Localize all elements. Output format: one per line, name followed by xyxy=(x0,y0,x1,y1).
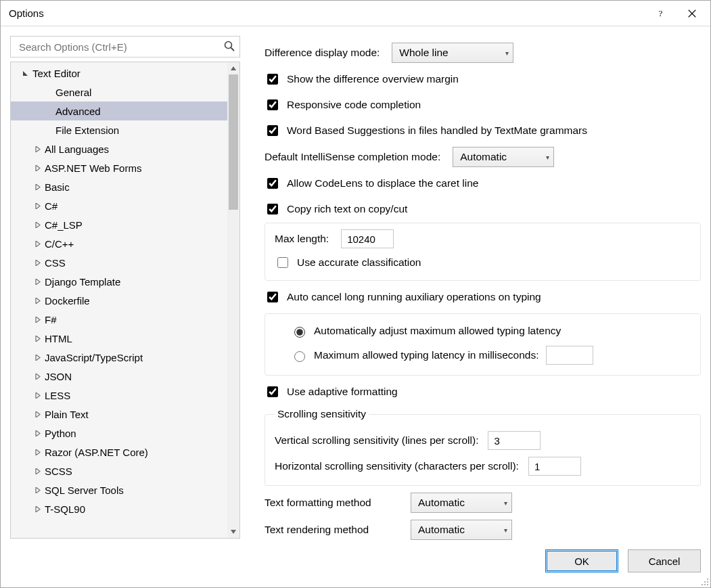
intellisense-mode-combo[interactable]: Automatic ▾ xyxy=(453,147,554,167)
svg-point-31 xyxy=(702,584,703,585)
tree-item-label: C/C++ xyxy=(42,238,74,250)
diff-mode-combo[interactable]: Whole line ▾ xyxy=(392,43,513,63)
ok-button-label: OK xyxy=(574,556,589,567)
chk-responsive-completion[interactable] xyxy=(267,99,278,110)
tree-item-text-editor[interactable]: Text Editor xyxy=(11,64,227,83)
tree-item-javascript-typescript[interactable]: JavaScript/TypeScript xyxy=(11,348,227,367)
cancel-button-label: Cancel xyxy=(649,556,681,567)
text-formatting-method-label: Text formatting method xyxy=(265,497,393,509)
svg-marker-20 xyxy=(36,411,40,417)
tree-list[interactable]: Text EditorGeneralAdvancedFile Extension… xyxy=(11,62,227,538)
chk-accurate-classification[interactable] xyxy=(277,257,288,268)
scroll-track[interactable] xyxy=(227,74,239,526)
tree-item-scss[interactable]: SCSS xyxy=(11,461,227,480)
svg-marker-27 xyxy=(231,530,236,534)
tree-collapse-icon xyxy=(20,70,30,76)
chk-accurate-classification-label: Use accurate classification xyxy=(297,256,421,269)
chk-adaptive-formatting-label: Use adaptive formatting xyxy=(287,386,398,398)
tree-expand-icon xyxy=(32,336,42,342)
ok-button[interactable]: OK xyxy=(545,549,618,572)
scroll-up-icon[interactable] xyxy=(227,62,239,74)
tree-item-python[interactable]: Python xyxy=(11,424,227,443)
chk-codelens-displace[interactable] xyxy=(267,178,278,189)
search-input[interactable] xyxy=(18,41,223,53)
tree-item-c-lsp[interactable]: C#_LSP xyxy=(11,215,227,234)
tree-item-razor-asp-net-core-[interactable]: Razor (ASP.NET Core) xyxy=(11,443,227,461)
chk-auto-cancel[interactable] xyxy=(267,292,278,302)
tree-item-t-sql90[interactable]: T-SQL90 xyxy=(11,499,227,518)
tree-item-django-template[interactable]: Django Template xyxy=(11,272,227,291)
max-length-input[interactable] xyxy=(341,229,394,248)
tree-item-sql-server-tools[interactable]: SQL Server Tools xyxy=(11,480,227,499)
sidebar: Text EditorGeneralAdvancedFile Extension… xyxy=(10,36,240,539)
close-button[interactable] xyxy=(676,3,708,24)
cancel-button[interactable]: Cancel xyxy=(628,549,701,572)
titlebar: Options ? xyxy=(1,1,710,26)
chk-adaptive-formatting[interactable] xyxy=(267,386,278,397)
tree-expand-icon xyxy=(32,468,42,474)
tree-item-f-[interactable]: F# xyxy=(11,310,227,329)
manual-latency-input[interactable] xyxy=(546,346,593,365)
tree-item-c-c-[interactable]: C/C++ xyxy=(11,234,227,253)
tree-item-label: SQL Server Tools xyxy=(42,484,124,496)
search-box[interactable] xyxy=(10,36,240,58)
max-length-label: Max length: xyxy=(275,233,329,245)
tree-item-c-[interactable]: C# xyxy=(11,196,227,215)
tree-item-label: Text Editor xyxy=(30,68,81,79)
chk-textmate-suggestions-label: Word Based Suggestions in files handled … xyxy=(287,125,587,137)
chk-overview-margin[interactable] xyxy=(267,74,278,85)
vertical-scroll-label: Vertical scrolling sensitivity (lines pe… xyxy=(275,434,478,447)
svg-marker-13 xyxy=(36,279,40,285)
tree-item-less[interactable]: LESS xyxy=(11,386,227,405)
scroll-down-icon[interactable] xyxy=(227,526,239,538)
tree-item-basic[interactable]: Basic xyxy=(11,177,227,196)
vertical-scroll-input[interactable] xyxy=(488,431,541,450)
tree-item-advanced[interactable]: Advanced xyxy=(11,101,227,120)
tree-item-general[interactable]: General xyxy=(11,83,227,101)
tree-item-label: SCSS xyxy=(42,466,72,477)
scrolling-sensitivity-legend: Scrolling sensitivity xyxy=(275,408,369,420)
tree-expand-icon xyxy=(32,506,42,512)
svg-marker-14 xyxy=(36,298,40,304)
tree-item-label: F# xyxy=(42,314,57,325)
tree-item-label: LESS xyxy=(42,390,70,401)
tree-item-json[interactable]: JSON xyxy=(11,367,227,386)
resize-grip-icon[interactable] xyxy=(700,577,710,587)
tree-item-label: JSON xyxy=(42,371,72,382)
scroll-thumb[interactable] xyxy=(229,74,238,210)
chk-copy-rich-text[interactable] xyxy=(267,204,278,214)
text-rendering-method-combo[interactable]: Automatic ▾ xyxy=(411,520,512,540)
horizontal-scroll-label: Horizontal scrolling sensitivity (charac… xyxy=(275,460,519,472)
text-formatting-method-value: Automatic xyxy=(418,497,465,509)
tree-scrollbar[interactable] xyxy=(227,62,239,538)
svg-marker-26 xyxy=(231,66,236,70)
chk-textmate-suggestions[interactable] xyxy=(267,125,278,136)
tree-item-dockerfile[interactable]: Dockerfile xyxy=(11,291,227,310)
tree-item-asp-net-web-forms[interactable]: ASP.NET Web Forms xyxy=(11,158,227,177)
auto-cancel-group: Automatically adjust maximum allowed typ… xyxy=(265,313,701,376)
text-formatting-method-combo[interactable]: Automatic ▾ xyxy=(411,493,512,513)
tree-expand-icon xyxy=(32,184,42,190)
tree-item-label: C#_LSP xyxy=(42,219,83,231)
options-tree: Text EditorGeneralAdvancedFile Extension… xyxy=(10,62,240,539)
rad-manual-latency[interactable] xyxy=(294,351,305,362)
rad-auto-latency[interactable] xyxy=(294,327,305,338)
tree-item-html[interactable]: HTML xyxy=(11,329,227,348)
horizontal-scroll-input[interactable] xyxy=(528,457,581,476)
search-icon xyxy=(223,40,235,54)
help-button[interactable]: ? xyxy=(645,3,676,24)
tree-expand-icon xyxy=(32,222,42,228)
chevron-down-icon: ▾ xyxy=(546,154,549,161)
tree-item-all-languages[interactable]: All Languages xyxy=(11,139,227,158)
tree-expand-icon xyxy=(32,203,42,209)
tree-item-plain-text[interactable]: Plain Text xyxy=(11,405,227,424)
tree-item-file-extension[interactable]: File Extension xyxy=(11,120,227,139)
svg-point-3 xyxy=(225,41,232,48)
tree-item-css[interactable]: CSS xyxy=(11,253,227,272)
svg-text:?: ? xyxy=(659,9,663,18)
svg-point-33 xyxy=(707,584,708,585)
intellisense-mode-label: Default IntelliSense completion mode: xyxy=(265,151,440,163)
tree-expand-icon xyxy=(32,241,42,247)
svg-marker-16 xyxy=(36,336,40,342)
tree-expand-icon xyxy=(32,298,42,304)
